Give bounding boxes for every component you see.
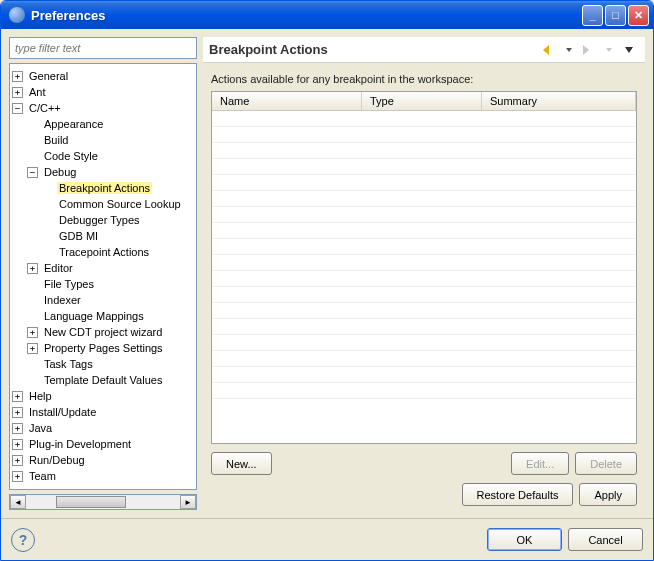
- ok-button[interactable]: OK: [487, 528, 562, 551]
- tree-item[interactable]: Appearance: [12, 116, 194, 132]
- table-row[interactable]: [212, 191, 636, 207]
- dropdown-icon[interactable]: [601, 42, 617, 58]
- tree-item-label: Tracepoint Actions: [57, 246, 151, 258]
- cancel-button[interactable]: Cancel: [568, 528, 643, 551]
- collapse-icon[interactable]: −: [12, 103, 23, 114]
- new-button[interactable]: New...: [211, 452, 272, 475]
- tree-item-label: Java: [27, 422, 54, 434]
- tree-item[interactable]: +Property Pages Settings: [12, 340, 194, 356]
- menu-icon[interactable]: [621, 42, 637, 58]
- table-row[interactable]: [212, 143, 636, 159]
- tree-item[interactable]: Code Style: [12, 148, 194, 164]
- tree-item-label: Help: [27, 390, 54, 402]
- table-row[interactable]: [212, 223, 636, 239]
- forward-icon[interactable]: [581, 42, 597, 58]
- tree-item[interactable]: Debugger Types: [12, 212, 194, 228]
- back-icon[interactable]: [541, 42, 557, 58]
- expand-icon[interactable]: +: [12, 407, 23, 418]
- table-header: Name Type Summary: [212, 92, 636, 111]
- app-icon: [9, 7, 25, 23]
- scroll-track[interactable]: [26, 495, 180, 509]
- column-type[interactable]: Type: [362, 92, 482, 110]
- horizontal-scrollbar[interactable]: ◄ ►: [9, 494, 197, 510]
- expand-icon[interactable]: +: [12, 71, 23, 82]
- restore-defaults-button[interactable]: Restore Defaults: [462, 483, 574, 506]
- tree-item[interactable]: Breakpoint Actions: [12, 180, 194, 196]
- column-summary[interactable]: Summary: [482, 92, 636, 110]
- tree-item[interactable]: Template Default Values: [12, 372, 194, 388]
- expand-icon[interactable]: +: [27, 343, 38, 354]
- tree-item[interactable]: File Types: [12, 276, 194, 292]
- tree-item[interactable]: Common Source Lookup: [12, 196, 194, 212]
- table-row[interactable]: [212, 383, 636, 399]
- expand-icon[interactable]: +: [12, 455, 23, 466]
- table-row[interactable]: [212, 367, 636, 383]
- tree-item[interactable]: +Install/Update: [12, 404, 194, 420]
- tree-item[interactable]: −Debug: [12, 164, 194, 180]
- table-row[interactable]: [212, 319, 636, 335]
- collapse-icon[interactable]: −: [27, 167, 38, 178]
- table-row[interactable]: [212, 303, 636, 319]
- tree-item[interactable]: +Editor: [12, 260, 194, 276]
- tree-item[interactable]: +Run/Debug: [12, 452, 194, 468]
- table-row[interactable]: [212, 255, 636, 271]
- filter-input[interactable]: [9, 37, 197, 59]
- expand-icon[interactable]: +: [12, 87, 23, 98]
- tree-item[interactable]: +Java: [12, 420, 194, 436]
- actions-table[interactable]: Name Type Summary: [211, 91, 637, 444]
- tree-item[interactable]: Tracepoint Actions: [12, 244, 194, 260]
- tree-item[interactable]: +Ant: [12, 84, 194, 100]
- table-row[interactable]: [212, 351, 636, 367]
- table-row[interactable]: [212, 271, 636, 287]
- tree-item[interactable]: +Team: [12, 468, 194, 484]
- tree-item-label: Breakpoint Actions: [57, 182, 152, 194]
- expand-icon[interactable]: +: [12, 423, 23, 434]
- tree-item[interactable]: Language Mappings: [12, 308, 194, 324]
- tree-item-label: GDB MI: [57, 230, 100, 242]
- expand-icon[interactable]: +: [12, 391, 23, 402]
- tree-item[interactable]: +Plug-in Development: [12, 436, 194, 452]
- tree-item[interactable]: Build: [12, 132, 194, 148]
- tree-item-label: Task Tags: [42, 358, 95, 370]
- tree-item[interactable]: Indexer: [12, 292, 194, 308]
- tree-item[interactable]: +Help: [12, 388, 194, 404]
- table-row[interactable]: [212, 335, 636, 351]
- tree-item[interactable]: +New CDT project wizard: [12, 324, 194, 340]
- expand-icon[interactable]: +: [27, 327, 38, 338]
- table-row[interactable]: [212, 159, 636, 175]
- expand-icon[interactable]: +: [27, 263, 38, 274]
- tree-item[interactable]: +General: [12, 68, 194, 84]
- tree-item[interactable]: −C/C++: [12, 100, 194, 116]
- tree-item[interactable]: GDB MI: [12, 228, 194, 244]
- tree-item-label: File Types: [42, 278, 96, 290]
- apply-button[interactable]: Apply: [579, 483, 637, 506]
- minimize-button[interactable]: _: [582, 5, 603, 26]
- maximize-button[interactable]: □: [605, 5, 626, 26]
- scroll-thumb[interactable]: [56, 496, 126, 508]
- scroll-right-button[interactable]: ►: [180, 495, 196, 509]
- expand-icon[interactable]: +: [12, 439, 23, 450]
- page-description: Actions available for any breakpoint in …: [203, 63, 645, 91]
- table-row[interactable]: [212, 239, 636, 255]
- table-row[interactable]: [212, 127, 636, 143]
- table-row[interactable]: [212, 111, 636, 127]
- tree-item-label: Property Pages Settings: [42, 342, 165, 354]
- page-title: Breakpoint Actions: [209, 42, 539, 57]
- preferences-tree[interactable]: +General+Ant−C/C++AppearanceBuildCode St…: [9, 63, 197, 490]
- close-button[interactable]: ✕: [628, 5, 649, 26]
- footer: ? OK Cancel: [1, 518, 653, 560]
- expand-icon[interactable]: +: [12, 471, 23, 482]
- column-name[interactable]: Name: [212, 92, 362, 110]
- tree-item-label: New CDT project wizard: [42, 326, 164, 338]
- table-row[interactable]: [212, 207, 636, 223]
- scroll-left-button[interactable]: ◄: [10, 495, 26, 509]
- help-icon[interactable]: ?: [11, 528, 35, 552]
- titlebar[interactable]: Preferences _ □ ✕: [1, 1, 653, 29]
- dropdown-icon[interactable]: [561, 42, 577, 58]
- table-row[interactable]: [212, 175, 636, 191]
- window-title: Preferences: [31, 8, 580, 23]
- tree-item[interactable]: Task Tags: [12, 356, 194, 372]
- table-body[interactable]: [212, 111, 636, 391]
- right-panel: Breakpoint Actions Actions available for…: [203, 37, 645, 510]
- table-row[interactable]: [212, 287, 636, 303]
